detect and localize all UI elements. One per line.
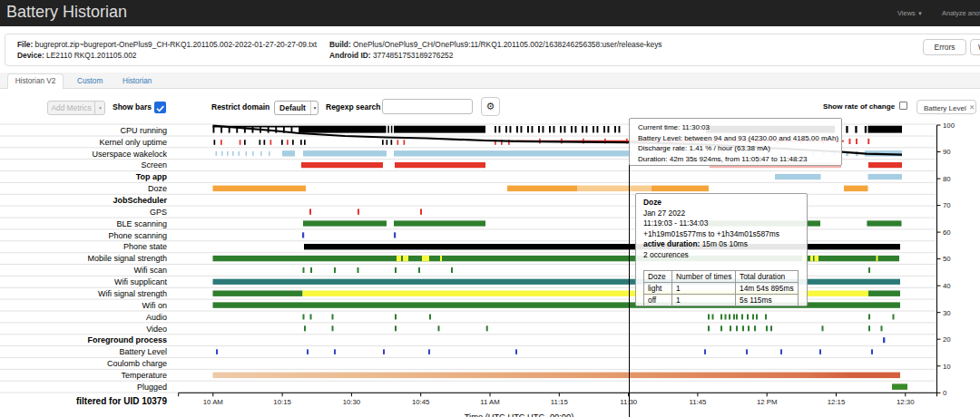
svg-text:Screen: Screen [141,160,167,170]
svg-text:100: 100 [943,121,956,130]
svg-text:0: 0 [943,389,947,397]
svg-text:Phone state: Phone state [123,242,167,251]
svg-text:10: 10 [943,363,951,371]
svg-text:CPU running: CPU running [120,126,167,135]
svg-text:Mobile signal strength: Mobile signal strength [87,254,167,263]
svg-text:Wifi signal strength: Wifi signal strength [98,289,167,298]
svg-text:Time (UTC UTC UTC -00:00): Time (UTC UTC UTC -00:00) [465,412,574,417]
svg-text:Top app: Top app [136,172,168,181]
svg-text:Audio: Audio [146,313,167,322]
svg-text:Plugged: Plugged [137,383,167,392]
svg-text:filtered for UID 10379: filtered for UID 10379 [76,396,167,406]
svg-text:90: 90 [943,148,951,156]
svg-text:Temperature: Temperature [121,371,167,380]
svg-text:Coulomb charge: Coulomb charge [107,359,167,368]
svg-text:Phone scanning: Phone scanning [108,231,167,240]
svg-text:Foreground process: Foreground process [87,335,167,344]
svg-text:30: 30 [943,309,951,317]
svg-text:40: 40 [943,282,951,290]
svg-text:60: 60 [943,228,951,237]
svg-text:GPS: GPS [150,208,167,217]
svg-text:Userspace wakelock: Userspace wakelock [92,150,167,159]
svg-text:Kernel only uptime: Kernel only uptime [99,138,167,147]
svg-text:BLE scanning: BLE scanning [116,219,167,228]
svg-text:70: 70 [943,201,951,209]
svg-text:11:45: 11:45 [689,398,707,406]
svg-text:10:15: 10:15 [273,398,291,406]
svg-text:Video: Video [146,325,167,334]
svg-text:80: 80 [943,175,951,183]
svg-text:Wifi supplicant: Wifi supplicant [114,277,168,286]
svg-text:20: 20 [943,335,951,344]
svg-text:Battery Level: Battery Level [119,347,167,356]
svg-text:10:30: 10:30 [343,398,361,406]
svg-text:Doze: Doze [148,184,167,193]
svg-text:Wifi scan: Wifi scan [133,266,167,275]
svg-text:11:30: 11:30 [620,398,638,406]
svg-text:50: 50 [943,255,951,263]
svg-text:12:30: 12:30 [897,398,915,406]
svg-text:10 AM: 10 AM [203,398,223,406]
svg-text:11 AM: 11 AM [480,398,500,406]
svg-text:12:15: 12:15 [828,398,846,406]
svg-text:11:15: 11:15 [551,398,569,406]
svg-text:JobScheduler: JobScheduler [113,196,167,205]
svg-text:10:45: 10:45 [412,398,430,406]
svg-text:12 PM: 12 PM [757,398,778,406]
svg-text:Wifi on: Wifi on [142,301,167,310]
